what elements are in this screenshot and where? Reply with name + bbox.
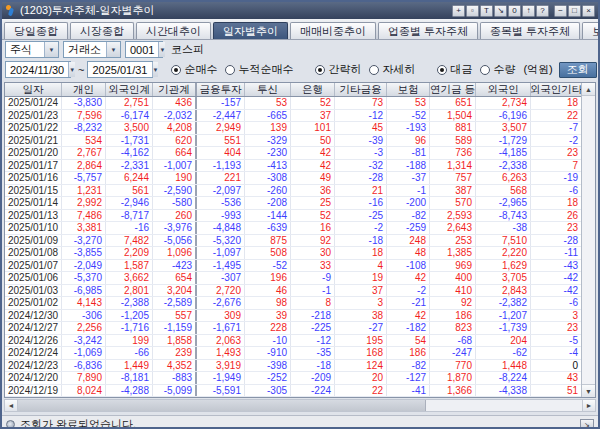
table-row[interactable]: 2025/01/202,767-4,162664404-23042-3-8173… [5, 147, 581, 160]
screen-button[interactable]: ▫ [466, 5, 479, 17]
radio-detailed[interactable]: 자세히 [369, 62, 415, 77]
table-row[interactable]: 2025/01/024,143-2,388-2,589-2,6769883-21… [5, 297, 581, 310]
table-row[interactable]: 2025/01/21534-1,731620551-32950-3996589-… [5, 135, 581, 148]
column-header[interactable]: 외국인 [476, 83, 531, 96]
horizontal-scroll-track[interactable] [426, 400, 582, 411]
radio-quantity[interactable]: 수량 [480, 62, 515, 77]
chevron-down-icon[interactable]: ▼ [152, 62, 159, 77]
date-to-select[interactable]: 2025/01/31 ▼ [87, 61, 153, 78]
radio-cumulative-netbuy[interactable]: 누적순매수 [225, 62, 293, 77]
tab-종목별 투자주체[interactable]: 종목별 투자주체 [480, 22, 580, 39]
help-button[interactable]: ? [536, 5, 549, 17]
table-row[interactable]: 2024/12/26-3,2421991,8582,063-10-1219554… [5, 335, 581, 348]
table-row[interactable]: 2024/12/207,890-8,181-883-1,949-252-2092… [5, 372, 581, 385]
column-header[interactable]: 금융투자 [197, 83, 245, 96]
scroll-down-icon[interactable]: ▼ [582, 384, 595, 397]
code-select[interactable]: 0001 ▼ [125, 41, 163, 58]
tab-업종별 투자주체[interactable]: 업종별 투자주체 [378, 22, 478, 39]
tab-일자별추이[interactable]: 일자별추이 [213, 22, 288, 39]
value-cell: -4,185 [476, 147, 531, 159]
radio-label: 순매수 [184, 62, 217, 77]
value-cell: 50 [291, 135, 335, 147]
query-button[interactable]: 조회 [559, 62, 597, 78]
tab-당일종합[interactable]: 당일종합 [4, 22, 68, 39]
column-header[interactable]: 일자 [5, 83, 62, 96]
column-header[interactable]: 기타금융 [335, 83, 387, 96]
date-cell: 2024/12/23 [5, 360, 62, 372]
tab-보유증가종목[interactable]: 보유증가종목 [582, 22, 600, 39]
table-row[interactable]: 2024/12/30-306-1,20555730939-2183842186-… [5, 310, 581, 323]
close-button[interactable]: × [582, 5, 595, 17]
table-row[interactable]: 2024/12/198,024-4,288-5,099-5,591-305-22… [5, 385, 581, 398]
table-row[interactable]: 2025/01/142,992-2,946-580-536-20825-16-2… [5, 197, 581, 210]
table-row[interactable]: 2024/12/23-6,8361,4494,3523,919-398-1812… [5, 360, 581, 373]
radio-brief[interactable]: 간략히 [315, 62, 361, 77]
scroll-up-icon[interactable]: ▲ [582, 83, 595, 96]
status-corner-icon[interactable]: ↘ [580, 419, 594, 429]
scroll-right-icon[interactable]: ► [582, 400, 595, 411]
value-cell: -18 [291, 360, 335, 372]
table-row[interactable]: 2025/01/24-3,8302,751436-157535273536512… [5, 97, 581, 110]
table-row[interactable]: 2024/12/24-1,069-662391,493-910-35168186… [5, 347, 581, 360]
table-row[interactable]: 2025/01/151,231561-2,590-2,097-2603621-1… [5, 185, 581, 198]
tab-매매비중추이[interactable]: 매매비중추이 [290, 22, 376, 39]
value-cell: 53 [245, 97, 291, 109]
vertical-scrollbar[interactable]: ▲ ▼ [581, 83, 595, 397]
t-button[interactable]: T [480, 5, 493, 17]
value-cell: 45 [335, 122, 387, 134]
table-row[interactable]: 2025/01/237,596-6,174-2,032-2,447-66537-… [5, 110, 581, 123]
column-header[interactable]: 연기금 등 [430, 83, 476, 96]
column-header[interactable]: 기관계 [153, 83, 197, 96]
value-cell: -1,716 [106, 322, 153, 334]
chevron-down-icon[interactable]: ▼ [106, 42, 120, 57]
column-header[interactable]: 은행 [291, 83, 335, 96]
column-header[interactable]: 보험 [387, 83, 430, 96]
pin-button[interactable]: ↑ [522, 5, 535, 17]
column-header[interactable]: 투신 [245, 83, 291, 96]
date-from-select[interactable]: 2024/11/30 ▼ [5, 61, 71, 78]
value-cell: -19 [531, 172, 581, 184]
horizontal-scroll-thumb[interactable] [18, 400, 426, 411]
value-cell: 20 [335, 372, 387, 384]
horizontal-scrollbar[interactable]: ◄ ► [4, 399, 596, 412]
value-cell: -3,855 [62, 247, 106, 259]
table-row[interactable]: 2025/01/06-5,3703,662654-307196-91942400… [5, 272, 581, 285]
vertical-scroll-track[interactable] [582, 96, 595, 384]
add-button[interactable]: + [452, 5, 465, 17]
value-cell: 1,629 [476, 260, 531, 272]
column-header[interactable]: 외국인계 [106, 83, 153, 96]
scroll-left-icon[interactable]: ◄ [5, 400, 18, 411]
chevron-down-icon[interactable]: ▼ [68, 62, 75, 77]
tab-시장종합[interactable]: 시장종합 [70, 22, 134, 39]
table-row[interactable]: 2025/01/16-5,7576,244190221-30849-28-377… [5, 172, 581, 185]
zero-button[interactable]: 0 [508, 5, 521, 17]
radio-amount[interactable]: 대금 [437, 62, 472, 77]
market-select[interactable]: 거래소 ▼ [63, 41, 121, 58]
table-row[interactable]: 2025/01/172,864-2,331-1,007-1,193-41342-… [5, 160, 581, 173]
minimize-button[interactable]: − [554, 5, 567, 17]
radio-netbuy[interactable]: 순매수 [171, 62, 217, 77]
table-row[interactable]: 2025/01/137,486-8,717260-993-14452-25-82… [5, 210, 581, 223]
value-cell: -1,729 [476, 135, 531, 147]
table-row[interactable]: 2025/01/08-3,8552,2091,096-1,09750830184… [5, 247, 581, 260]
value-cell: -5,757 [62, 172, 106, 184]
column-header[interactable]: 개인 [62, 83, 106, 96]
tab-시간대추이[interactable]: 시간대추이 [136, 22, 211, 39]
table-row[interactable]: 2025/01/07-2,0491,587-423-1,495-52334-10… [5, 260, 581, 273]
chevron-down-icon[interactable]: ▼ [44, 42, 58, 57]
table-row[interactable]: 2025/01/103,381-16-3,976-4,848-63916-2-2… [5, 222, 581, 235]
value-cell: -35 [291, 347, 335, 359]
value-cell: -28 [335, 172, 387, 184]
table-row[interactable]: 2025/01/09-3,2707,482-5,056-5,32087592-1… [5, 235, 581, 248]
table-row[interactable]: 2024/12/272,256-1,716-1,159-1,671228-225… [5, 322, 581, 335]
value-cell: -8,717 [106, 210, 153, 222]
column-header[interactable]: 외국인기타 [531, 83, 581, 96]
table-row[interactable]: 2025/01/22-8,2323,5004,2082,94913910145-… [5, 122, 581, 135]
asset-type-select[interactable]: 주식 ▼ [5, 41, 59, 58]
resize-button[interactable]: ↘ [494, 5, 507, 17]
value-cell: -12 [291, 335, 335, 347]
value-cell: 42 [291, 160, 335, 172]
table-row[interactable]: 2025/01/03-6,9852,8013,2042,72046-137-24… [5, 285, 581, 298]
maximize-button[interactable]: □ [568, 5, 581, 17]
chevron-down-icon[interactable]: ▼ [158, 42, 165, 57]
